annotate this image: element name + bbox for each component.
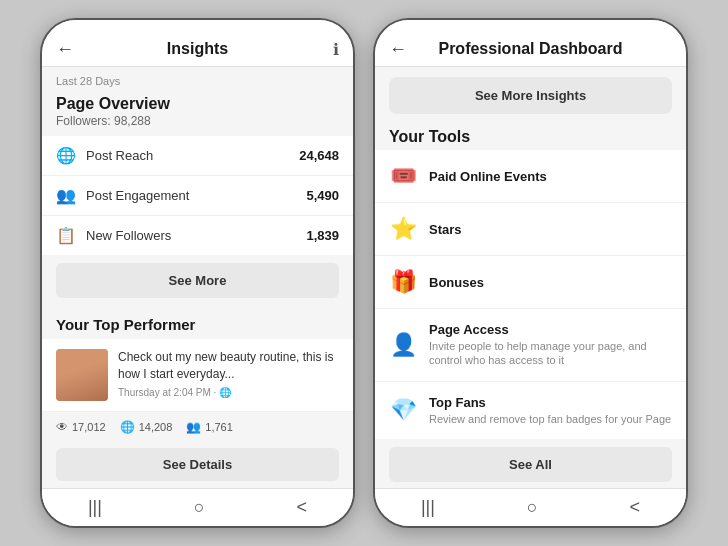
engagement-value: 5,490 bbox=[306, 188, 339, 203]
see-more-button[interactable]: See More bbox=[56, 263, 339, 298]
dashboard-back-icon[interactable]: ← bbox=[389, 39, 407, 60]
your-tools-title: Your Tools bbox=[375, 122, 686, 150]
nav-back-icon-2[interactable]: < bbox=[630, 497, 641, 518]
stats-card: 🌐 Post Reach 24,648 👥 Post Engagement 5,… bbox=[42, 136, 353, 255]
nav-menu-icon[interactable]: ||| bbox=[88, 497, 102, 518]
performer-stats: 👁 17,012 🌐 14,208 👥 1,761 bbox=[42, 411, 353, 442]
tools-list: 🎟️ Paid Online Events ⭐ Stars 🎁 Bonuses bbox=[375, 150, 686, 439]
perf-stat-people: 👥 1,761 bbox=[186, 420, 233, 434]
insights-title: Insights bbox=[167, 40, 228, 58]
top-fans-name: Top Fans bbox=[429, 395, 672, 410]
page-access-icon: 👤 bbox=[389, 332, 417, 358]
stars-info: Stars bbox=[429, 222, 672, 237]
performer-text: Check out my new beauty routine, this is… bbox=[118, 349, 339, 401]
tool-top-fans[interactable]: 💎 Top Fans Review and remove top fan bad… bbox=[375, 382, 686, 439]
performer-card: Check out my new beauty routine, this is… bbox=[42, 339, 353, 411]
dashboard-header: ← Professional Dashboard bbox=[375, 32, 686, 67]
top-fans-info: Top Fans Review and remove top fan badge… bbox=[429, 395, 672, 426]
stars-icon: ⭐ bbox=[389, 216, 417, 242]
perf-people-value: 1,761 bbox=[205, 421, 233, 433]
views-value: 17,012 bbox=[72, 421, 106, 433]
new-followers-label: New Followers bbox=[86, 228, 306, 243]
info-icon[interactable]: ℹ bbox=[333, 40, 339, 59]
status-bar-1 bbox=[42, 20, 353, 32]
tool-bonuses[interactable]: 🎁 Bonuses bbox=[375, 256, 686, 309]
nav-home-icon-2[interactable]: ○ bbox=[527, 497, 538, 518]
nav-menu-icon-2[interactable]: ||| bbox=[421, 497, 435, 518]
bonuses-info: Bonuses bbox=[429, 275, 672, 290]
back-arrow-icon[interactable]: ← bbox=[56, 39, 74, 60]
see-details-button[interactable]: See Details bbox=[56, 448, 339, 481]
stat-row-engagement: 👥 Post Engagement 5,490 bbox=[42, 176, 353, 216]
phone-nav-1: ||| ○ < bbox=[42, 488, 353, 526]
see-all-button[interactable]: See All bbox=[389, 447, 672, 482]
views-icon: 👁 bbox=[56, 420, 68, 434]
performer-meta: Thursday at 2:04 PM · 🌐 bbox=[118, 387, 339, 398]
perf-reach-value: 14,208 bbox=[139, 421, 173, 433]
dashboard-title: Professional Dashboard bbox=[438, 40, 622, 58]
paid-events-name: Paid Online Events bbox=[429, 169, 672, 184]
see-more-insights-button[interactable]: See More Insights bbox=[389, 77, 672, 114]
paid-events-icon: 🎟️ bbox=[389, 163, 417, 189]
new-followers-icon: 📋 bbox=[56, 226, 76, 245]
perf-stat-views: 👁 17,012 bbox=[56, 420, 106, 434]
top-fans-icon: 💎 bbox=[389, 397, 417, 423]
bonuses-name: Bonuses bbox=[429, 275, 672, 290]
nav-home-icon[interactable]: ○ bbox=[194, 497, 205, 518]
date-range: Last 28 Days bbox=[42, 67, 353, 91]
paid-events-info: Paid Online Events bbox=[429, 169, 672, 184]
phone-insights: ← Insights ℹ Last 28 Days Page Overview … bbox=[40, 18, 355, 528]
reach-label: Post Reach bbox=[86, 148, 299, 163]
dashboard-content: See More Insights Your Tools 🎟️ Paid Onl… bbox=[375, 67, 686, 488]
people-icon: 👥 bbox=[186, 420, 201, 434]
page-access-name: Page Access bbox=[429, 322, 672, 337]
phone-nav-2: ||| ○ < bbox=[375, 488, 686, 526]
stat-row-followers: 📋 New Followers 1,839 bbox=[42, 216, 353, 255]
stars-name: Stars bbox=[429, 222, 672, 237]
insights-content: Last 28 Days Page Overview Followers: 98… bbox=[42, 67, 353, 488]
engagement-label: Post Engagement bbox=[86, 188, 306, 203]
reach-icon: 🌐 bbox=[56, 146, 76, 165]
perf-stat-reach: 🌐 14,208 bbox=[120, 420, 173, 434]
stat-row-reach: 🌐 Post Reach 24,648 bbox=[42, 136, 353, 176]
performer-caption: Check out my new beauty routine, this is… bbox=[118, 349, 339, 383]
tool-stars[interactable]: ⭐ Stars bbox=[375, 203, 686, 256]
new-followers-value: 1,839 bbox=[306, 228, 339, 243]
tool-page-access[interactable]: 👤 Page Access Invite people to help mana… bbox=[375, 309, 686, 382]
tool-paid-events[interactable]: 🎟️ Paid Online Events bbox=[375, 150, 686, 203]
page-access-desc: Invite people to help manage your page, … bbox=[429, 339, 672, 368]
top-performer-title: Your Top Performer bbox=[42, 306, 353, 339]
insights-header: ← Insights ℹ bbox=[42, 32, 353, 67]
engagement-icon: 👥 bbox=[56, 186, 76, 205]
page-access-info: Page Access Invite people to help manage… bbox=[429, 322, 672, 368]
followers-count: Followers: 98,288 bbox=[42, 114, 353, 134]
phone-dashboard: ← Professional Dashboard See More Insigh… bbox=[373, 18, 688, 528]
bonuses-icon: 🎁 bbox=[389, 269, 417, 295]
top-fans-desc: Review and remove top fan badges for you… bbox=[429, 412, 672, 426]
status-bar-2 bbox=[375, 20, 686, 32]
page-overview-title: Page Overview bbox=[42, 91, 353, 114]
reach-globe-icon: 🌐 bbox=[120, 420, 135, 434]
reach-value: 24,648 bbox=[299, 148, 339, 163]
nav-back-icon[interactable]: < bbox=[297, 497, 308, 518]
performer-thumbnail bbox=[56, 349, 108, 401]
